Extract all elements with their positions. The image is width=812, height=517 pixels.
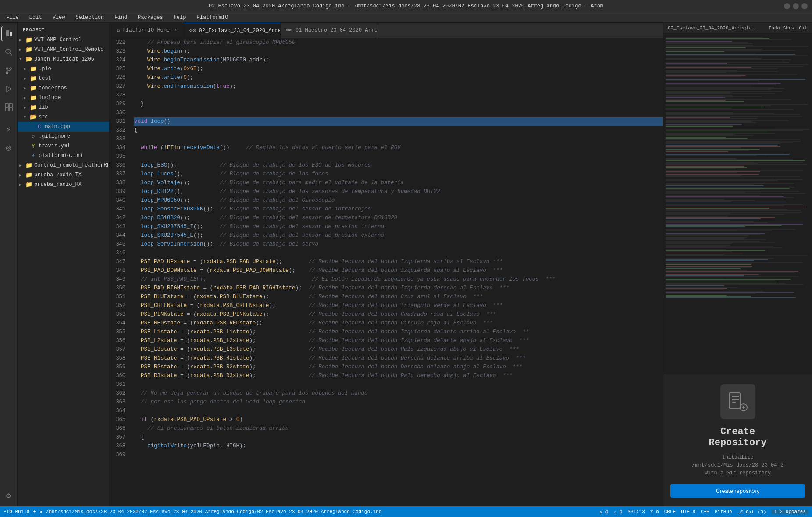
sidebar-title: Project bbox=[18, 23, 109, 35]
chevron-icon: ▶ bbox=[19, 163, 25, 168]
sidebar: Project ▶ 📁 VWT_AMP_Control ▶ 📁 VWT_AMP_… bbox=[18, 23, 110, 506]
tree-item-vwt-amp-remoto[interactable]: ▶ 📁 VWT_AMP_Control_Remoto bbox=[18, 45, 109, 54]
explorer-icon[interactable] bbox=[1, 26, 16, 41]
tree-item-main-cpp[interactable]: C main.cpp bbox=[18, 122, 109, 132]
tab-label: PlatformIO Home bbox=[122, 27, 170, 33]
window-controls bbox=[784, 3, 808, 9]
search-activity-icon[interactable] bbox=[1, 45, 16, 60]
chevron-icon: ▼ bbox=[19, 57, 25, 61]
menu-selection[interactable]: Selection bbox=[74, 14, 106, 21]
menu-packages[interactable]: Packages bbox=[136, 14, 165, 21]
maximize-button[interactable] bbox=[793, 3, 799, 9]
new-terminal-button[interactable]: + bbox=[33, 509, 36, 514]
git-file-name: 02_Esclavo_23_04_2020_Arreglando_... bbox=[668, 25, 755, 31]
activity-bottom: ⚙ bbox=[1, 488, 16, 506]
git-panel-header: 02_Esclavo_23_04_2020_Arreglando_... Tod… bbox=[663, 23, 812, 34]
language-indicator[interactable]: C++ bbox=[701, 509, 709, 514]
folder-icon: 📁 bbox=[25, 36, 32, 43]
svg-rect-11 bbox=[9, 108, 12, 111]
tree-item-pio[interactable]: ▶ 📁 .pio bbox=[18, 64, 109, 74]
tree-label: test bbox=[39, 75, 51, 82]
svg-point-2 bbox=[6, 49, 10, 53]
chevron-icon: ▶ bbox=[19, 47, 25, 52]
tab-bar: ⌂ PlatformIO Home × ∞∞ 02_Esclavo_23_04_… bbox=[110, 23, 663, 38]
close-button[interactable] bbox=[801, 3, 808, 9]
chevron-icon: ▼ bbox=[24, 115, 30, 119]
tree-item-control-remoto[interactable]: ▶ 📁 Control_remoto_FeatherRFM95 bbox=[18, 160, 109, 170]
folder-icon: 📁 bbox=[30, 75, 37, 82]
file-icon: Y bbox=[30, 143, 37, 150]
tree-item-lib[interactable]: ▶ 📁 lib bbox=[18, 103, 109, 112]
tab-maestro[interactable]: ∞∞ 01_Maestro_23_04_2020_Arreglando_C...… bbox=[281, 23, 377, 38]
git-indicator[interactable]: ⌥ 0 bbox=[650, 509, 659, 515]
svg-point-6 bbox=[10, 68, 11, 69]
tree-item-test[interactable]: ▶ 📁 test bbox=[18, 74, 109, 83]
menu-file[interactable]: File bbox=[4, 14, 21, 21]
tree-item-platformio-ini[interactable]: ⚡ platformio.ini bbox=[18, 151, 109, 160]
tab-esclavo[interactable]: ∞∞ 02_Esclavo_23_04_2020_Arreglando_C...… bbox=[184, 23, 281, 38]
chevron-icon bbox=[24, 134, 30, 139]
tree-item-prueba-tx[interactable]: ▶ 📁 prueba_radio_TX bbox=[18, 170, 109, 180]
debug-activity-icon[interactable] bbox=[1, 82, 16, 96]
file-icon: ◇ bbox=[30, 133, 37, 140]
todo-show-button[interactable]: Todo Show bbox=[769, 25, 794, 31]
tree-label: platformio.ini bbox=[39, 153, 83, 159]
folder-icon: 📁 bbox=[30, 85, 37, 92]
svg-point-5 bbox=[6, 72, 8, 74]
tree-label: Damen_Multicat_1205 bbox=[34, 56, 94, 62]
svg-rect-8 bbox=[5, 104, 8, 107]
svg-point-4 bbox=[6, 68, 8, 69]
tree-item-gitignore[interactable]: ◇ .gitignore bbox=[18, 132, 109, 141]
git-panel-actions: Todo Show Git bbox=[769, 25, 808, 31]
git-branch-indicator[interactable]: ⎇ Git (0) bbox=[737, 509, 766, 515]
tab-platformio-home[interactable]: ⌂ PlatformIO Home × bbox=[110, 23, 184, 38]
settings-activity-icon[interactable]: ⚙ bbox=[1, 488, 16, 503]
svg-rect-0 bbox=[6, 30, 9, 36]
tab-close-icon[interactable]: × bbox=[174, 28, 177, 33]
menu-help[interactable]: Help bbox=[172, 14, 188, 21]
tree-item-src[interactable]: ▼ 📂 src bbox=[18, 112, 109, 122]
atom-activity-icon[interactable]: ◎ bbox=[1, 140, 16, 155]
status-bar-left: PIO Build + ✕ /mnt/sdc1/Mis_docs/28_23_0… bbox=[4, 509, 381, 515]
updates-indicator[interactable]: ↑ 2 updates bbox=[771, 509, 808, 514]
home-icon: ⌂ bbox=[117, 27, 120, 33]
pio-build-button[interactable]: PIO Build bbox=[4, 509, 29, 514]
github-indicator[interactable]: GitHub bbox=[715, 509, 732, 514]
tree-item-prueba-rx[interactable]: ▶ 📁 prueba_radio_RX bbox=[18, 180, 109, 189]
app-layout: ⚡ ◎ ⚙ Project ▶ 📁 VWT_AMP_Control ▶ 📁 VW… bbox=[0, 23, 812, 506]
code-content[interactable]: // Proceso para iniciar el giroscopio MP… bbox=[131, 38, 663, 506]
line-ending[interactable]: CRLF bbox=[664, 509, 676, 514]
warnings-indicator[interactable]: ⚠ 0 bbox=[613, 509, 622, 515]
minimize-button[interactable] bbox=[784, 3, 790, 9]
tree-label: main.cpp bbox=[45, 124, 70, 130]
chevron-icon: ▶ bbox=[19, 38, 25, 43]
tree-item-conceptos[interactable]: ▶ 📁 conceptos bbox=[18, 83, 109, 93]
chevron-icon: ▶ bbox=[19, 182, 25, 187]
extensions-activity-icon[interactable] bbox=[1, 100, 16, 115]
tree-item-travis[interactable]: Y travis.yml bbox=[18, 141, 109, 151]
menu-find[interactable]: Find bbox=[113, 14, 129, 21]
create-repository-button[interactable]: Create repository bbox=[670, 484, 805, 498]
tree-item-include[interactable]: ▶ 📁 include bbox=[18, 93, 109, 103]
menu-platformio[interactable]: PlatformIO bbox=[195, 14, 230, 21]
close-terminal-button[interactable]: ✕ bbox=[39, 509, 43, 515]
tree-label: prueba_radio_RX bbox=[34, 182, 82, 188]
tree-label: Control_remoto_FeatherRFM95 bbox=[34, 162, 110, 168]
status-bar: PIO Build + ✕ /mnt/sdc1/Mis_docs/28_23_0… bbox=[0, 506, 812, 517]
create-repo-desc: Initialize/mnt/sdc1/Mis_docs/28_23_04_2w… bbox=[692, 453, 784, 477]
encoding-indicator[interactable]: UTF-8 bbox=[681, 509, 695, 514]
menu-view[interactable]: View bbox=[51, 14, 67, 21]
tree-label: VWT_AMP_Control bbox=[34, 37, 82, 43]
platformio-activity-icon[interactable]: ⚡ bbox=[1, 122, 16, 137]
tree-item-damen[interactable]: ▼ 📂 Damen_Multicat_1205 bbox=[18, 54, 109, 64]
file-path: /mnt/sdc1/Mis_docs/28_23_04_2020/02_Escl… bbox=[46, 509, 382, 514]
git-activity-icon[interactable] bbox=[1, 63, 16, 78]
cursor-position[interactable]: 331:13 bbox=[627, 509, 645, 514]
tree-item-vwt-amp[interactable]: ▶ 📁 VWT_AMP_Control bbox=[18, 35, 109, 45]
tree-label: conceptos bbox=[39, 85, 67, 91]
tree-label: prueba_radio_TX bbox=[34, 172, 82, 178]
errors-indicator[interactable]: ⊗ 0 bbox=[600, 509, 609, 515]
menu-edit[interactable]: Edit bbox=[28, 14, 44, 21]
folder-icon: 📁 bbox=[30, 104, 37, 111]
code-editor[interactable]: 3223233243253263273283293303313323333343… bbox=[110, 38, 663, 506]
